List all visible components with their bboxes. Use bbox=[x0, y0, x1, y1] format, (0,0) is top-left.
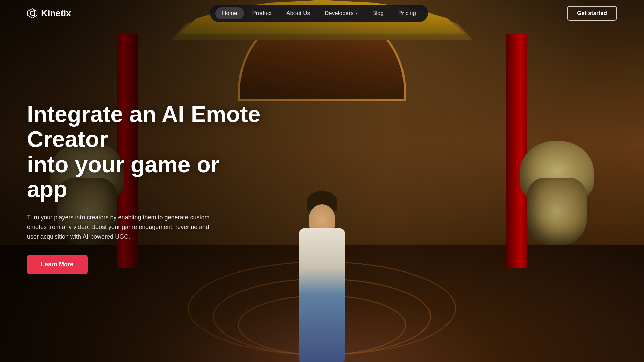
learn-more-button[interactable]: Learn More bbox=[27, 255, 88, 274]
character-body bbox=[299, 228, 345, 362]
logo-link[interactable]: Kinetix bbox=[27, 8, 71, 19]
hero-title-line2: into your game or app bbox=[27, 151, 219, 202]
hero-description: Turn your players into creators by enabl… bbox=[27, 213, 221, 241]
nav-item-blog[interactable]: Blog bbox=[366, 7, 390, 19]
hero-title-line1: Integrate an AI Emote Creator bbox=[27, 101, 261, 152]
character-area bbox=[238, 127, 406, 362]
hero-title: Integrate an AI Emote Creator into your … bbox=[27, 102, 262, 202]
game-character bbox=[275, 168, 369, 362]
nav-item-product[interactable]: Product bbox=[245, 7, 278, 19]
nav-item-home[interactable]: Home bbox=[215, 7, 244, 19]
nav-menu: Home Product About Us Developers ▾ Blog … bbox=[210, 5, 428, 22]
get-started-button[interactable]: Get started bbox=[567, 6, 617, 21]
navbar: Kinetix Home Product About Us Developers… bbox=[0, 0, 644, 27]
hero-content: Integrate an AI Emote Creator into your … bbox=[27, 88, 262, 274]
nav-developers-label: Developers bbox=[325, 10, 354, 17]
nav-item-about-us[interactable]: About Us bbox=[280, 7, 317, 19]
nav-item-pricing[interactable]: Pricing bbox=[392, 7, 423, 19]
nav-item-developers[interactable]: Developers ▾ bbox=[318, 7, 364, 19]
logo-icon bbox=[27, 8, 38, 19]
chevron-down-icon: ▾ bbox=[356, 11, 358, 16]
logo-text: Kinetix bbox=[41, 8, 71, 19]
